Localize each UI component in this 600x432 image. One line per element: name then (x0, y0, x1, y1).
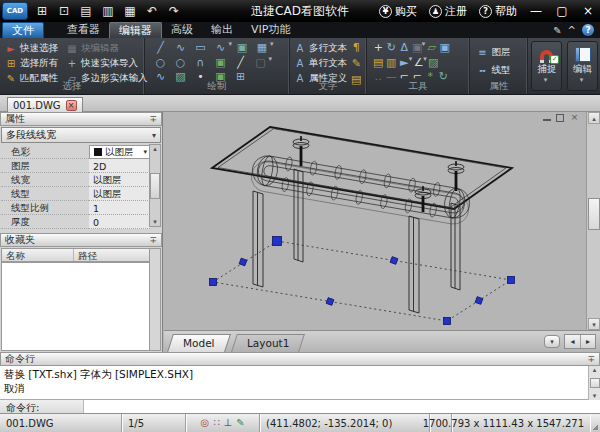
edit-button[interactable]: 编辑 ▾ (567, 41, 598, 91)
command-input[interactable] (84, 400, 600, 413)
command-scroll-thumb[interactable] (590, 378, 600, 388)
open-file-icon[interactable]: ⊡ (55, 3, 73, 19)
color-combobox[interactable]: 以图层 ▾ (89, 145, 150, 159)
tab-viewer[interactable]: 查看器 (58, 22, 109, 38)
canvas-scroll-up-icon[interactable]: ▴ (588, 112, 600, 124)
block-insert-icon[interactable]: ▣ (232, 40, 252, 54)
arc-tool-icon[interactable]: ∩ (191, 55, 211, 69)
scroll-thumb[interactable] (150, 173, 160, 199)
property-row-layer[interactable]: 图层 2D (1, 159, 150, 173)
entity-import-button[interactable]: + 快速实体导入 (66, 57, 138, 70)
ortho-toggle-icon[interactable]: ⊥ (224, 418, 233, 428)
layout-list-dropdown-icon[interactable]: ▾ (544, 335, 560, 348)
layout-scroll-left-icon[interactable]: ◂ (565, 335, 580, 348)
drawing-canvas[interactable]: × ▴ ▾ (164, 112, 600, 330)
quick-select-button[interactable]: ► 快速选择 (5, 42, 58, 55)
select-all-button[interactable]: ⊞ 选择所有 (5, 57, 58, 70)
pin-icon[interactable]: ∓ (149, 114, 157, 124)
property-row-thickness[interactable]: 厚度 0 (1, 215, 150, 229)
stext-button[interactable]: A 单行文本 (294, 57, 347, 70)
tab-editor[interactable]: 编辑器 (109, 22, 162, 38)
canvas-scroll-down-icon[interactable]: ▾ (588, 318, 600, 330)
freehand-tool-icon[interactable]: ∿ (211, 40, 231, 54)
property-row-linetype[interactable]: 线型 以图层 (1, 187, 150, 201)
color-combo-caret-icon[interactable]: ▾ (143, 148, 147, 156)
linetype-button[interactable]: ╍ 线型 (476, 64, 510, 77)
favorites-panel-header[interactable]: 收藏夹 ∓ (0, 233, 162, 247)
register-button[interactable]: ♟ 注册 (424, 4, 472, 19)
tab-output[interactable]: 输出 (202, 22, 242, 38)
document-tab-close-icon[interactable]: × (66, 100, 77, 111)
group-tool-icon[interactable]: ▨ (427, 55, 440, 69)
image-tool-icon[interactable]: ▣ (211, 55, 231, 69)
save-icon[interactable]: ▤ (77, 3, 95, 19)
tab-model[interactable]: Model (167, 334, 230, 352)
clipboard-copy-icon[interactable]: ▤ (372, 55, 385, 69)
child-minimize-icon[interactable] (543, 114, 551, 121)
property-row-linetype-scale[interactable]: 线型比例 1 (1, 201, 150, 215)
pin-icon[interactable]: ∓ (149, 235, 157, 245)
tab-layout1[interactable]: Layout1 (231, 334, 305, 352)
command-history[interactable]: 替换 [TXT.shx] 字体为 [SIMPLEX.SHX] 取消 (0, 366, 600, 400)
command-panel-header[interactable]: 命令行 ∓ (0, 352, 600, 366)
tab-file[interactable]: 文件 (2, 22, 44, 38)
snap-caret-icon[interactable]: ▾ (544, 76, 548, 84)
document-tab[interactable]: 001.DWG × (7, 97, 83, 112)
text-edit-icon[interactable]: ✎ (350, 56, 363, 70)
thick-line-tool-icon[interactable]: ╱ (231, 55, 251, 69)
command-scrollbar[interactable]: ▴ ▾ (588, 366, 600, 400)
stamp-caret-icon[interactable]: ▾ (270, 40, 274, 54)
cad-drawing[interactable] (164, 112, 586, 330)
property-row-lineweight[interactable]: 线宽 以图层 (1, 173, 150, 187)
layer-button[interactable]: ≡ 图层 (476, 46, 510, 59)
property-row-color[interactable]: 色彩 以图层 ▾ (1, 145, 150, 159)
command-scroll-down-icon[interactable]: ▾ (593, 392, 597, 400)
properties-panel-header[interactable]: 属性 ∓ (0, 112, 162, 126)
favorites-col-path[interactable]: 路径 (74, 249, 149, 261)
rotate-tool-icon[interactable]: ↻ (385, 40, 398, 54)
buy-button[interactable]: ¥ 购买 (374, 4, 422, 19)
print-icon[interactable]: ▦ (121, 3, 139, 19)
mirror-tool-icon[interactable]: Δ (398, 40, 411, 54)
move-tool-icon[interactable]: + (372, 40, 385, 54)
help-button[interactable]: ? 帮助 (474, 4, 522, 19)
canvas-vertical-scrollbar[interactable]: ▴ ▾ (586, 112, 600, 330)
scroll-down-icon[interactable]: ▾ (153, 218, 157, 226)
collapse-ribbon-icon[interactable]: ^ (568, 25, 576, 36)
minimize-button[interactable]: — (524, 3, 548, 19)
line-tool-icon[interactable]: ╱ (151, 40, 171, 54)
tab-advanced[interactable]: 高级 (162, 22, 202, 38)
command-scroll-up-icon[interactable]: ▴ (593, 366, 597, 374)
child-close-icon[interactable]: × (569, 113, 580, 122)
child-restore-icon[interactable] (556, 114, 564, 122)
scroll-up-icon[interactable]: ▴ (153, 145, 157, 153)
snap-button[interactable]: ✓ 捕捉 ▾ (531, 41, 562, 91)
pin-icon[interactable]: ∓ (587, 354, 595, 364)
entity-type-selector[interactable]: 多段线线宽 ▾ (1, 127, 161, 143)
favorites-scrollbar[interactable] (149, 248, 161, 351)
save-as-icon[interactable]: ▥ (99, 3, 117, 19)
maximize-button[interactable]: ▢ (550, 3, 574, 19)
copy-tool-icon[interactable]: ▱ (425, 40, 438, 54)
layout-scroll-right-icon[interactable]: ▸ (580, 335, 595, 348)
ribbon-help-icon[interactable]: ? (582, 24, 594, 36)
polyline-tool-icon[interactable]: ∿ (171, 40, 191, 54)
rectangle-tool-icon[interactable]: ▭ (191, 40, 211, 54)
favorites-list[interactable] (1, 262, 150, 351)
new-file-icon[interactable]: ⊞ (33, 3, 51, 19)
mtext-button[interactable]: A 多行文本 (294, 42, 347, 55)
resize-grip[interactable] (590, 414, 600, 432)
properties-scrollbar[interactable]: ▴ ▾ (149, 144, 161, 227)
pencil-style-icon[interactable]: ✎ (553, 25, 561, 36)
text-extra-icon[interactable]: ¶ (350, 40, 363, 54)
canvas-scroll-thumb[interactable] (588, 198, 600, 230)
ellipse-tool-icon[interactable]: ○ (171, 55, 191, 69)
close-button[interactable]: × (576, 3, 600, 19)
favorites-col-name[interactable]: 名称 (2, 249, 74, 261)
circle-tool-icon[interactable]: ○ (151, 55, 171, 69)
selector-caret-icon[interactable]: ▾ (152, 131, 156, 140)
edit-caret-icon[interactable]: ▾ (580, 76, 584, 84)
grid-toggle-icon[interactable]: ∷ (213, 418, 219, 428)
clipboard-paste-icon[interactable]: ▥ (385, 55, 398, 69)
draft-toggle-icon[interactable]: ✎ (236, 418, 244, 428)
